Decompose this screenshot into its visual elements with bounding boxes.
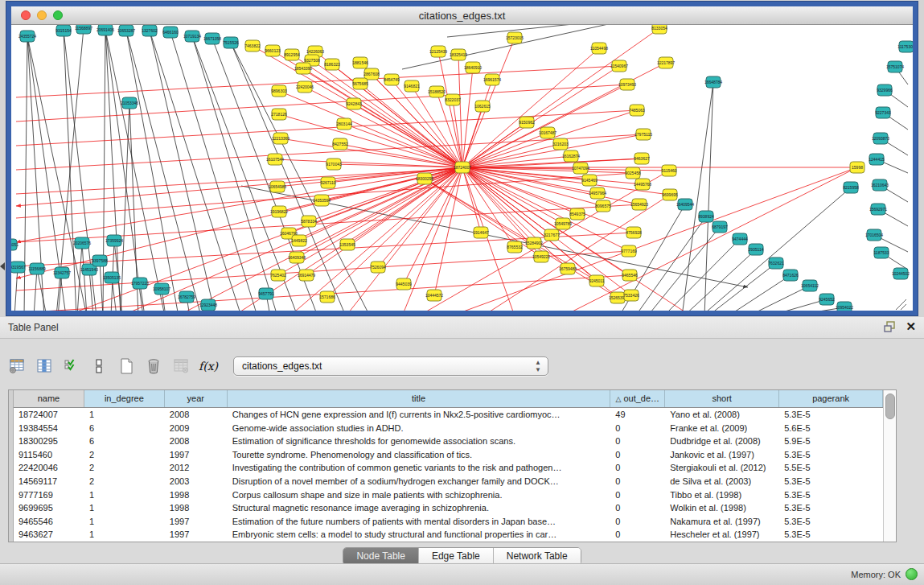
graph-node[interactable]: 16782759 [178,291,195,303]
graph-node[interactable]: 9699695 [662,189,678,200]
graph-node[interactable]: 1449822 [291,235,307,246]
graph-node[interactable]: 5878334 [301,216,317,227]
table-cell[interactable]: 0 [610,475,665,488]
table-row[interactable]: 946362711997Embryonic stem cells: a mode… [14,528,883,542]
graph-node[interactable]: 3217677 [544,229,560,241]
graph-node[interactable]: 15654923 [630,199,648,210]
graph-node[interactable]: 11568897 [75,25,92,34]
table-cell[interactable]: 0 [610,488,665,502]
table-row[interactable]: 1830029562008Estimation of significance … [14,435,883,448]
graph-node[interactable]: 9115460 [661,165,676,176]
table-cell[interactable]: 1998 [165,501,228,515]
graph-node[interactable]: 15284902 [525,237,543,249]
graph-node[interactable]: 10719134 [183,31,201,42]
graph-node[interactable]: 10954022 [836,302,853,311]
graph-node[interactable]: 9315154 [55,25,72,36]
table-cell[interactable]: Stergiakouli et al. (2012) [665,461,779,475]
graph-node[interactable]: 10549221 [532,251,550,262]
table-cell[interactable]: 5.3E-5 [779,448,883,462]
toolbar-function-builder-button[interactable]: f(x) [198,356,219,376]
tab-network-table[interactable]: Network Table [494,548,581,565]
graph-node[interactable]: 16914479 [298,270,315,281]
table-cell[interactable]: 0 [610,422,665,435]
graph-node[interactable]: 8427552 [332,138,348,150]
table-cell[interactable]: 1997 [165,528,228,542]
graph-node[interactable]: 9397588 [92,255,108,266]
graph-node[interactable]: 9245011 [589,275,604,286]
graph-node[interactable]: 9319567 [11,262,26,273]
toolbar-row-height-button[interactable] [88,356,109,376]
column-header-year[interactable]: year [165,390,228,407]
table-cell[interactable]: Tourette syndrome. Phenomenology and cla… [228,448,611,462]
graph-node[interactable]: 2718126 [271,109,287,120]
table-cell[interactable]: 0 [610,435,665,448]
graph-node[interactable]: 2803144 [336,118,352,130]
graph-node[interactable]: 7533426 [623,290,639,301]
graph-node[interactable]: 18724007 [454,162,471,173]
table-cell[interactable]: de Silva et al. (2003) [665,475,779,488]
graph-node[interactable]: 10549789 [554,218,572,229]
graph-node[interactable]: 8912954 [284,49,300,60]
graph-node[interactable]: 16409544 [676,199,694,210]
graph-node[interactable]: 9145469 [581,175,598,186]
graph-node[interactable]: 6879197 [712,221,728,233]
table-cell[interactable]: 9465546 [14,515,84,529]
network-graph[interactable]: 1872400789129541422606393275088186323188… [11,25,913,311]
graph-node[interactable]: 9025458 [625,167,641,179]
graph-node[interactable]: 12093873 [872,133,889,144]
graph-node[interactable]: 1244415 [869,154,885,165]
graph-node[interactable]: 1353545 [339,239,355,250]
table-cell[interactable]: 9115460 [14,448,84,462]
table-cell[interactable]: 1 [84,488,165,502]
graph-node[interactable]: 1914647 [473,227,489,238]
table-cell[interactable]: 5.3E-5 [779,501,883,515]
graph-node[interactable]: 10653287 [117,25,135,36]
table-cell[interactable]: 14569117 [14,475,84,488]
graph-node[interactable]: 8186323 [324,59,340,70]
table-cell[interactable]: Corpus callosum shape and size in male p… [228,488,611,502]
graph-node[interactable]: 21053346 [121,97,138,109]
column-header-short[interactable]: short [665,390,779,407]
table-cell[interactable]: 2009 [165,422,228,435]
graph-node[interactable]: 15692971 [869,204,887,215]
table-row[interactable]: 969969511998Structural magnetic resonanc… [14,501,883,515]
graph-node[interactable]: 10958107 [153,283,170,295]
graph-node[interactable]: 5675685 [352,78,368,89]
table-cell[interactable]: 5.6E-5 [779,422,883,435]
table-cell[interactable]: Investigating the contribution of common… [228,461,611,475]
table-cell[interactable]: Tibbo et al. (1998) [665,488,779,502]
table-cell[interactable]: Yano et al. (2008) [665,408,779,422]
tab-edge-table[interactable]: Edge Table [419,548,494,565]
table-cell[interactable]: 5.3E-5 [779,528,883,542]
graph-node[interactable]: 7632621 [768,257,784,269]
graph-node[interactable]: 7515526 [223,37,239,48]
graph-node[interactable]: 15998 [850,162,864,173]
table-cell[interactable]: 6 [84,435,165,448]
graph-node[interactable]: 11540967 [610,60,628,72]
table-cell[interactable]: 1 [84,515,165,529]
graph-node[interactable]: 18325419 [450,49,467,60]
graph-node[interactable]: 20206576 [73,237,91,249]
scrollbar-thumb[interactable] [885,393,895,419]
graph-node[interactable]: 2935114 [748,244,763,255]
table-cell[interactable]: Genome-wide association studies in ADHD. [228,422,611,435]
graph-node[interactable]: 10654112 [801,280,819,291]
table-cell[interactable]: 2 [84,475,165,488]
graph-node[interactable]: 11175309 [897,41,913,52]
graph-node[interactable]: 10444572 [425,290,443,301]
graph-node[interactable]: 11054498 [590,43,608,54]
graph-node[interactable]: 9267110 [320,177,335,188]
graph-node[interactable]: 9150962 [519,117,535,128]
table-cell[interactable]: Disruption of a novel member of a sodium… [228,475,611,488]
graph-node[interactable]: 9465546 [622,270,638,281]
table-cell[interactable]: Structural magnetic resonance image aver… [228,501,611,515]
canvas-resize-grip-icon[interactable] [896,299,906,310]
graph-node[interactable]: 9777169 [621,245,637,257]
graph-node[interactable]: 9474444 [732,233,748,245]
table-cell[interactable]: 5.3E-5 [779,475,883,488]
memory-status[interactable]: Memory: OK [851,568,918,580]
graph-node[interactable]: 9146821 [404,80,420,92]
graph-node[interactable]: 6466160 [162,27,179,38]
graph-node[interactable]: 10654985 [269,181,286,192]
table-cell[interactable]: Nakamura et al. (1997) [665,515,779,529]
